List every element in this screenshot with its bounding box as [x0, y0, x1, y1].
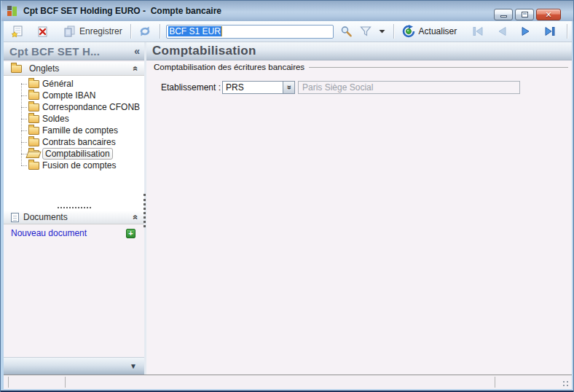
- title-bar[interactable]: Cpt BCF SET Holding EURO - Compte bancai…: [1, 1, 574, 21]
- nav-first-button[interactable]: [468, 24, 488, 39]
- nouveau-document-link[interactable]: Nouveau document: [11, 228, 87, 238]
- status-divider: [8, 377, 9, 388]
- nav-next-button[interactable]: [516, 24, 535, 39]
- maximize-button[interactable]: [515, 9, 534, 20]
- toolbar-separator: [567, 24, 567, 39]
- delete-record-button[interactable]: [33, 23, 52, 40]
- nav-previous-button[interactable]: [493, 24, 511, 39]
- search-input-selected-text: BCF S1 EUR: [168, 26, 222, 36]
- double-chevron-down-icon: «: [285, 85, 294, 90]
- maximize-icon: [522, 12, 528, 17]
- sidebar-item-general[interactable]: Général: [4, 78, 144, 90]
- sidebar-bottom-bar[interactable]: ▼: [4, 357, 144, 375]
- vertical-splitter-handle[interactable]: [144, 194, 146, 227]
- sidebar-item-contrats-bancaires[interactable]: Contrats bancaires: [4, 136, 144, 148]
- onglets-section-label: Onglets: [29, 63, 129, 74]
- page-title: Comptabilisation: [152, 44, 256, 58]
- etablissement-row: Etablissement : PRS «: [154, 81, 568, 94]
- folder-icon: [28, 92, 39, 100]
- fieldset-rule: [309, 67, 568, 68]
- collapse-section-icon[interactable]: «: [131, 66, 141, 71]
- folder-icon: [28, 138, 39, 146]
- save-button-label: Enregistrer: [79, 26, 122, 36]
- minimize-icon: [500, 15, 507, 17]
- nav-first-icon: [471, 26, 484, 36]
- folder-icon: [28, 127, 39, 135]
- main-content: Comptabilisation des écritures bancaires…: [146, 60, 572, 94]
- save-button[interactable]: Enregistrer: [60, 23, 126, 39]
- nav-previous-icon: [497, 26, 508, 36]
- close-icon: ✕: [545, 11, 551, 19]
- resize-grip[interactable]: [561, 380, 568, 386]
- app-body: Cpt BCF SET H... « Onglets « Général Com…: [4, 42, 572, 375]
- save-icon: [63, 26, 76, 37]
- sidebar-horizontal-splitter[interactable]: [4, 204, 144, 211]
- etablissement-combobox-value: PRS: [223, 82, 283, 93]
- sidebar-item-correspondance-cfonb[interactable]: Correspondance CFONB: [4, 101, 144, 113]
- minimize-button[interactable]: [494, 9, 513, 20]
- app-window: Cpt BCF SET Holding EURO - Compte bancai…: [0, 0, 574, 392]
- search-button[interactable]: [337, 23, 356, 40]
- chevron-down-icon: [379, 29, 385, 34]
- toolbar: Enregistrer BCF S1 EUR: [4, 21, 572, 42]
- sidebar-item-comptabilisation[interactable]: Comptabilisation: [4, 148, 144, 160]
- folder-icon: [28, 103, 39, 111]
- actualiser-button-label: Actualiser: [419, 26, 457, 36]
- close-button[interactable]: ✕: [536, 9, 561, 20]
- document-icon: [11, 213, 19, 222]
- folder-icon: [28, 80, 39, 88]
- actualiser-refresh-icon: [402, 25, 415, 38]
- sidebar-item-compte-iban[interactable]: Compte IBAN: [4, 90, 144, 101]
- collapse-section-icon[interactable]: «: [131, 215, 141, 220]
- sidebar-title-bar: Cpt BCF SET H... «: [4, 42, 144, 60]
- new-document-star-icon: [11, 26, 23, 38]
- onglets-tree: Général Compte IBAN Correspondance CFONB…: [4, 76, 144, 204]
- actualiser-button[interactable]: Actualiser: [398, 23, 461, 40]
- etablissement-name-field: [298, 81, 520, 94]
- splitter-grip-dots: [58, 207, 91, 208]
- fieldset-label: Comptabilisation des écritures bancaires: [154, 63, 304, 71]
- search-input[interactable]: BCF S1 EUR: [166, 25, 334, 39]
- etablissement-label: Etablissement :: [161, 82, 222, 93]
- app-logo-icon: [7, 6, 18, 17]
- sidebar-collapse-icon[interactable]: «: [134, 45, 140, 57]
- etablissement-combobox[interactable]: PRS «: [222, 81, 295, 94]
- status-divider: [65, 377, 66, 388]
- refresh-button[interactable]: [135, 23, 155, 39]
- nav-last-button[interactable]: [540, 24, 560, 39]
- folder-icon: [28, 115, 39, 123]
- sidebar-item-soldes[interactable]: Soldes: [4, 113, 144, 125]
- folder-icon: [28, 162, 39, 170]
- toolbar-separator: [130, 24, 131, 39]
- nav-last-icon: [543, 26, 557, 36]
- filter-funnel-icon: [360, 26, 371, 37]
- sidebar-item-fusion-de-comptes[interactable]: Fusion de comptes: [4, 160, 144, 171]
- delete-icon: [36, 26, 49, 38]
- expand-down-icon: ▼: [130, 362, 137, 370]
- filter-dropdown-button[interactable]: [375, 27, 389, 36]
- documents-link-row: Nouveau document +: [4, 224, 144, 242]
- folder-icon: [11, 65, 22, 73]
- add-document-button[interactable]: +: [126, 229, 135, 238]
- sidebar: Cpt BCF SET H... « Onglets « Général Com…: [4, 42, 144, 375]
- toolbar-separator: [393, 24, 394, 39]
- fieldset-header: Comptabilisation des écritures bancaires: [154, 63, 568, 71]
- sidebar-item-famille-de-comptes[interactable]: Famille de comptes: [4, 125, 144, 136]
- nav-next-icon: [520, 26, 531, 36]
- filter-button[interactable]: [356, 23, 375, 39]
- open-folder-icon: [28, 150, 39, 158]
- documents-section-header[interactable]: Documents «: [4, 211, 144, 224]
- main-title-bar: Comptabilisation: [146, 42, 572, 60]
- new-record-button[interactable]: [7, 23, 27, 40]
- window-title: Cpt BCF SET Holding EURO - Compte bancai…: [23, 6, 221, 16]
- toolbar-separator: [160, 24, 160, 39]
- sidebar-empty-area: [4, 242, 144, 357]
- documents-section-label: Documents: [23, 212, 129, 222]
- refresh-arrows-icon: [138, 26, 152, 37]
- onglets-section-header[interactable]: Onglets «: [4, 62, 144, 76]
- search-icon: [340, 26, 353, 38]
- status-bar: [4, 375, 572, 389]
- combobox-dropdown-button[interactable]: «: [283, 82, 294, 93]
- sidebar-title: Cpt BCF SET H...: [9, 45, 100, 58]
- main-panel: Comptabilisation Comptabilisation des éc…: [146, 42, 572, 375]
